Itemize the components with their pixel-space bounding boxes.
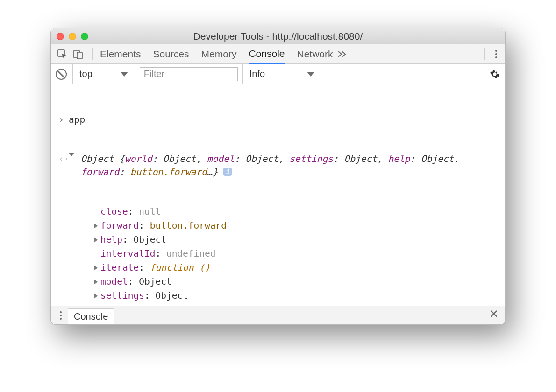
prop-intervalId: intervalId: undefined xyxy=(94,247,498,261)
inspect-element-icon[interactable] xyxy=(56,48,69,61)
expand-icon[interactable] xyxy=(94,237,98,243)
traffic-lights xyxy=(51,33,88,40)
window-title: Developer Tools - http://localhost:8080/ xyxy=(51,31,505,42)
prop-key: settings xyxy=(100,289,144,302)
input-expression: app xyxy=(69,113,85,126)
prop-key: help xyxy=(100,233,122,246)
prop-iterate[interactable]: iterate: function () xyxy=(94,261,498,275)
prop-help[interactable]: help: Object xyxy=(94,233,498,247)
prop-value: Object xyxy=(133,233,166,246)
console-result[interactable]: ‹· Object {world: Object, model: Object,… xyxy=(58,153,498,179)
info-badge-icon[interactable]: i xyxy=(223,168,232,176)
drawer-tab-console[interactable]: Console xyxy=(68,308,114,325)
clear-console-icon[interactable] xyxy=(55,68,68,81)
prop-key: model xyxy=(100,275,128,288)
console-settings-icon[interactable] xyxy=(488,68,501,81)
expand-icon[interactable] xyxy=(94,265,98,271)
prop-key: close xyxy=(100,205,128,218)
tab-memory[interactable]: Memory xyxy=(201,44,237,63)
expand-icon[interactable] xyxy=(94,223,98,229)
devtools-menu-icon[interactable] xyxy=(492,50,500,58)
result-indicator-icon: ‹· xyxy=(58,153,64,166)
level-label: Info xyxy=(249,69,265,79)
close-drawer-icon[interactable]: ✕ xyxy=(489,308,501,324)
chevron-down-icon xyxy=(307,72,314,77)
tab-sources[interactable]: Sources xyxy=(153,44,189,63)
context-label: top xyxy=(79,69,93,79)
drawer: Console ✕ xyxy=(51,306,505,324)
prop-key: forward xyxy=(100,219,139,232)
separator xyxy=(92,48,93,60)
devtools-tabs-bar: ElementsSourcesMemoryConsoleNetwork xyxy=(51,44,505,64)
prop-start[interactable]: start: button.start xyxy=(94,303,498,306)
toggle-device-icon[interactable] xyxy=(71,48,85,61)
console-filter-input[interactable] xyxy=(140,67,238,81)
prop-forward[interactable]: forward: button.forward xyxy=(94,219,498,233)
prop-key: start xyxy=(100,303,128,306)
prop-value: null xyxy=(139,205,161,218)
expand-icon[interactable] xyxy=(94,279,98,285)
prop-value: button.forward xyxy=(150,219,227,232)
log-level-select[interactable]: Info xyxy=(242,64,321,84)
tab-elements[interactable]: Elements xyxy=(100,44,141,63)
expand-toggle-icon[interactable] xyxy=(69,153,74,156)
separator xyxy=(484,48,485,60)
more-tabs-icon[interactable] xyxy=(336,48,349,61)
prop-value: Object xyxy=(139,275,171,288)
prop-settings[interactable]: settings: Object xyxy=(94,289,498,303)
tab-console[interactable]: Console xyxy=(249,45,285,64)
object-properties: close: nullforward: button.forwardhelp: … xyxy=(58,205,498,306)
chevron-down-icon xyxy=(121,72,128,77)
prop-close: close: null xyxy=(94,205,498,219)
prop-key: intervalId xyxy=(100,247,155,260)
zoom-window-button[interactable] xyxy=(81,33,88,40)
prop-model[interactable]: model: Object xyxy=(94,275,498,289)
drawer-menu-icon[interactable] xyxy=(57,311,65,320)
close-window-button[interactable] xyxy=(57,33,64,40)
console-input-echo: › app xyxy=(58,113,498,126)
tab-network[interactable]: Network xyxy=(297,44,333,63)
svg-rect-2 xyxy=(77,52,82,59)
prompt-icon: › xyxy=(58,113,64,126)
execution-context-select[interactable]: top xyxy=(72,64,135,84)
object-summary[interactable]: Object {world: Object, model: Object, se… xyxy=(81,153,498,179)
console-output: › app ‹· Object {world: Object, model: O… xyxy=(51,84,505,306)
expand-icon[interactable] xyxy=(94,293,98,299)
console-toolbar: top Info xyxy=(51,64,505,84)
prop-value: Object xyxy=(155,289,188,302)
devtools-window: Developer Tools - http://localhost:8080/… xyxy=(50,28,506,325)
prop-key: iterate xyxy=(100,261,139,274)
prop-value: function () xyxy=(150,261,210,274)
prop-value: button.start xyxy=(139,303,205,306)
prop-value: undefined xyxy=(166,247,216,260)
minimize-window-button[interactable] xyxy=(69,33,76,40)
title-bar: Developer Tools - http://localhost:8080/ xyxy=(51,28,505,44)
